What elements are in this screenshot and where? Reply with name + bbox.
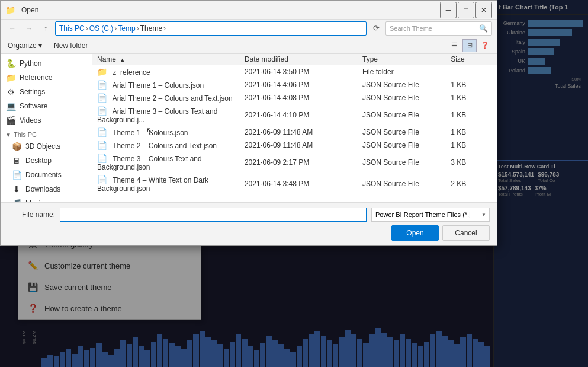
forward-button[interactable]: → [22, 21, 36, 36]
nav-item-desktop[interactable]: 🖥Desktop [1, 154, 92, 168]
filename-input[interactable] [60, 208, 367, 222]
dialog-buttons: Open Cancel [8, 225, 490, 241]
file-type: JSON Source File [362, 111, 451, 119]
nav-item-3d-objects[interactable]: 📦3D Objects [1, 139, 92, 154]
file-size: 1 KB [451, 81, 492, 89]
file-name: Arial Theme 1 – Colours.json [113, 81, 204, 90]
nav-icon: 📄 [11, 170, 22, 180]
file-type: JSON Source File [362, 81, 451, 89]
nav-item-reference[interactable]: 📁Reference [1, 71, 92, 85]
file-size: 1 KB [451, 94, 492, 102]
nav-icon: ⬇ [11, 184, 22, 194]
left-nav: 🐍Python📁Reference⚙Settings💻Software🎬Vide… [1, 54, 92, 202]
file-icon: 📄 [97, 141, 107, 150]
nav-icon: 💻 [5, 101, 16, 111]
file-date: 2021-06-14 4:10 PM [245, 111, 362, 119]
view-buttons: ☰ ⊞ ❓ [447, 39, 492, 52]
breadcrumb-item-temp[interactable]: Temp [118, 24, 135, 33]
file-name: z_reference [113, 68, 150, 76]
file-date: 2021-06-09 11:48 AM [245, 141, 362, 149]
file-item[interactable]: 📁 z_reference 2021-06-14 3:50 PM File fo… [92, 65, 497, 78]
view-btn-help[interactable]: ❓ [478, 39, 492, 52]
file-item[interactable]: 📄 Arial Theme 3 – Colours Text and Backg… [92, 104, 497, 126]
file-name: Theme 1 – Colours.json [113, 129, 188, 137]
nav-item-music[interactable]: 🎵Music [1, 196, 92, 202]
file-icon: 📄 [97, 127, 107, 137]
up-button[interactable]: ↑ [38, 21, 53, 36]
file-list-header: Name ▲ Date modified Type Size [92, 54, 497, 65]
col-name-header[interactable]: Name ▲ [97, 55, 245, 63]
dialog-titlebar: 📁 Open ─ □ ✕ [1, 1, 497, 20]
organize-button[interactable]: Organize ▾ [5, 40, 44, 51]
search-icon: 🔍 [479, 24, 488, 33]
refresh-button[interactable]: ⟳ [369, 21, 383, 36]
nav-item-software[interactable]: 💻Software [1, 99, 92, 113]
filetype-select[interactable]: Power BI Report Theme Files (*.j [371, 208, 490, 222]
close-button[interactable]: ✕ [475, 2, 492, 18]
breadcrumb-current: Theme [140, 24, 162, 33]
file-type: JSON Source File [362, 141, 451, 149]
file-type: JSON Source File [362, 180, 451, 188]
nav-icon: 🎬 [5, 116, 16, 125]
breadcrumb-item-osc[interactable]: OS (C:) [89, 24, 114, 33]
filename-row: File name: Power BI Report Theme Files (… [8, 208, 490, 222]
maximize-button[interactable]: □ [458, 2, 474, 18]
col-size-header[interactable]: Size [451, 55, 492, 63]
new-folder-button[interactable]: New folder [49, 40, 92, 51]
dialog-window-icon: 📁 [5, 5, 15, 15]
file-icon: 📄 [97, 175, 107, 184]
file-size: 1 KB [451, 141, 492, 149]
file-item[interactable]: 📄 Theme 1 – Colours.json 2021-06-09 11:4… [92, 126, 497, 139]
nav-item-documents[interactable]: 📄Documents [1, 168, 92, 182]
file-icon: 📄 [97, 93, 107, 103]
nav-item-downloads[interactable]: ⬇Downloads [1, 182, 92, 196]
breadcrumb-item-thispc[interactable]: This PC [59, 24, 85, 33]
nav-icon: 📁 [5, 73, 16, 82]
file-item[interactable]: 📄 Arial Theme 2 – Colours and Text.json … [92, 91, 497, 104]
nav-icon: ⚙ [5, 87, 16, 97]
minimize-button[interactable]: ─ [440, 2, 457, 18]
nav-section-thispc: ▼This PC [1, 127, 92, 139]
dialog-title: Open [21, 6, 440, 14]
nav-icon: 🖥 [11, 156, 22, 165]
dialog-body: 🐍Python📁Reference⚙Settings💻Software🎬Vide… [1, 54, 497, 202]
view-btn-details[interactable]: ⊞ [462, 39, 477, 52]
back-button[interactable]: ← [5, 21, 20, 36]
view-btn-list[interactable]: ☰ [447, 39, 461, 52]
file-type: File folder [362, 68, 451, 76]
open-button[interactable]: Open [391, 225, 439, 241]
file-date: 2021-06-09 2:17 PM [245, 158, 362, 167]
search-box[interactable]: Search Theme 🔍 [385, 21, 492, 36]
nav-icon: 🐍 [5, 59, 16, 68]
breadcrumb: This PC › OS (C:) › Temp › Theme › [55, 21, 367, 36]
file-date: 2021-06-09 11:48 AM [245, 128, 362, 136]
file-name: Theme 2 – Colours and Text.json [113, 142, 217, 150]
filetype-wrapper: Power BI Report Theme Files (*.j [371, 208, 490, 222]
filename-label: File name: [8, 210, 55, 219]
file-item[interactable]: 📄 Arial Theme 1 – Colours.json 2021-06-1… [92, 78, 497, 91]
file-name: Arial Theme 2 – Colours and Text.json [113, 94, 233, 103]
file-type: JSON Source File [362, 94, 451, 102]
dialog-toolbar: ← → ↑ This PC › OS (C:) › Temp › Theme ›… [1, 20, 497, 37]
cancel-button[interactable]: Cancel [442, 225, 490, 241]
file-icon: 📄 [97, 106, 107, 116]
file-item[interactable]: 📄 Theme 4 – White Text on Dark Backgroun… [92, 173, 497, 194]
nav-item-python[interactable]: 🐍Python [1, 56, 92, 71]
col-type-header[interactable]: Type [362, 55, 451, 63]
nav-item-videos[interactable]: 🎬Videos [1, 113, 92, 127]
file-date: 2021-06-14 3:48 PM [245, 180, 362, 188]
file-date: 2021-06-14 4:08 PM [245, 94, 362, 102]
file-date: 2021-06-14 3:50 PM [245, 68, 362, 76]
dialog-toolbar2: Organize ▾ New folder ☰ ⊞ ❓ [1, 37, 497, 54]
nav-icon: 📦 [11, 142, 22, 151]
nav-item-settings[interactable]: ⚙Settings [1, 85, 92, 99]
file-type: JSON Source File [362, 158, 451, 167]
col-date-header[interactable]: Date modified [245, 55, 362, 63]
file-item[interactable]: 📄 Theme 2 – Colours and Text.json 2021-0… [92, 139, 497, 152]
dialog-footer: File name: Power BI Report Theme Files (… [1, 202, 497, 245]
file-date: 2021-06-14 4:06 PM [245, 81, 362, 89]
dialog-overlay: 📁 Open ─ □ ✕ ← → ↑ This PC › OS (C:) › T… [0, 0, 588, 367]
search-placeholder: Search Theme [390, 25, 479, 32]
file-size: 1 KB [451, 111, 492, 119]
file-item[interactable]: 📄 Theme 3 – Colours Text and Background.… [92, 152, 497, 173]
